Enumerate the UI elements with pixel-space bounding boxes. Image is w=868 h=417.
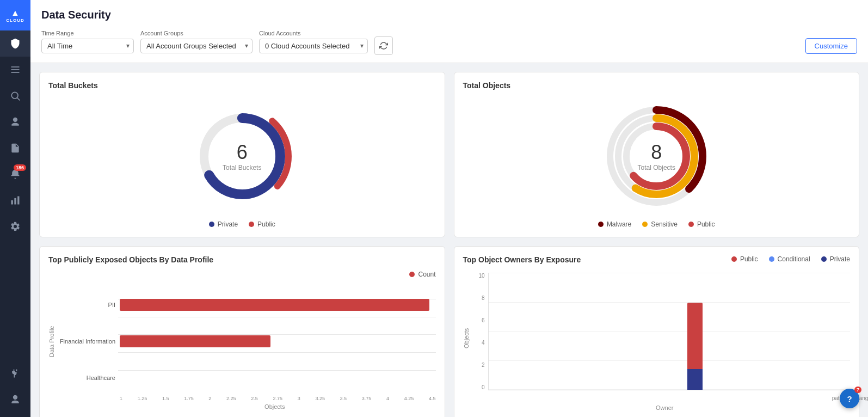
public-owner-dot [731,256,737,262]
help-badge: 7 [854,387,861,393]
cloud-accounts-select[interactable]: 0 Cloud Accounts Selected [259,39,368,53]
y-label-0: 0 [482,384,485,390]
x-tick: 4.25 [404,396,414,401]
legend-malware: Malware [598,220,631,228]
svg-rect-1 [11,69,20,70]
bars-container: PII Financial Information Healthcare [58,281,436,401]
count-label: Count [418,271,435,278]
total-objects-center: 8 Total Objects [638,141,675,171]
legend-public-obj: Public [688,220,715,228]
x-tick: 4 [386,396,389,401]
svg-line-4 [17,98,20,101]
y-label-6: 6 [482,317,485,323]
x-tick: 2.75 [273,396,282,401]
total-objects-value: 8 [638,141,675,164]
refresh-button[interactable] [374,36,393,55]
x-tick: 4.5 [429,396,436,401]
page-header: Data Security Time Range All Time Accoun… [30,0,868,63]
sidebar-item-list[interactable] [0,57,30,83]
public-owner-label: Public [740,255,758,263]
account-groups-select[interactable]: All Account Groups Selected [140,39,253,53]
x-tick: 2.5 [251,396,258,401]
bar-row-financial: Financial Information [58,335,436,347]
sidebar-item-plug[interactable] [0,360,30,387]
x-tick: 1.75 [184,396,194,401]
top-exposed-card: Top Publicly Exposed Objects By Data Pro… [39,246,445,417]
sidebar: ▲ CLOUD 186 [0,0,30,417]
stacked-chart-inner: 10 8 6 4 2 0 [474,273,851,403]
customize-button[interactable]: Customize [805,38,857,54]
time-range-label: Time Range [41,30,134,36]
bar-chart: Data Profile PII [48,281,436,401]
sidebar-item-user[interactable] [0,387,30,413]
top-owners-title: Top Object Owners By Exposure [463,255,581,264]
total-objects-label: Total Objects [638,164,675,171]
help-button[interactable]: ? 7 [840,389,859,408]
svg-rect-5 [11,200,13,205]
total-buckets-legend: Private Public [209,220,275,228]
grid-line [489,360,851,361]
legend-private-owner: Private [821,255,850,263]
stacked-grid [489,273,851,390]
time-range-filter: Time Range All Time [41,30,134,53]
svg-rect-0 [11,66,20,68]
sidebar-item-settings[interactable] [0,213,30,240]
bar-private-segment [687,369,703,390]
private-label: Private [218,220,238,228]
sidebar-item-alerts[interactable]: 186 [0,161,30,187]
content-grid: Total Buckets 6 Total Buckets [30,63,868,417]
legend-conditional: Conditional [769,255,810,263]
cloud-accounts-label: Cloud Accounts [259,30,368,36]
sidebar-item-search[interactable] [0,83,30,109]
x-axis-ticks: 1 1.25 1.5 1.75 2 2.25 2.5 2.75 3 3.25 3… [120,396,436,401]
time-range-select[interactable]: All Time [41,39,134,53]
public-obj-label: Public [697,220,715,228]
account-groups-filter: Account Groups All Account Groups Select… [140,30,253,53]
x-tick: 3.25 [315,396,325,401]
x-axis-label: Objects [114,403,436,410]
bar-label-financial: Financial Information [58,338,115,345]
sensitive-dot [642,222,648,227]
bar-label-healthcare: Healthcare [58,375,115,381]
filters-row: Time Range All Time Account Groups All A… [41,28,857,63]
stacked-body [488,273,851,390]
legend-private: Private [209,220,238,228]
bar-label-pii: PII [58,302,115,308]
total-buckets-center: 6 Total Buckets [223,141,261,171]
cloud-accounts-filter: Cloud Accounts 0 Cloud Accounts Selected [259,30,368,53]
count-legend: Count [409,271,435,278]
x-tick: 3.75 [362,396,372,401]
sidebar-item-chart[interactable] [0,187,30,213]
total-objects-legend: Malware Sensitive Public [598,220,715,228]
bar-fill-pii [120,299,429,311]
malware-dot [598,222,604,227]
total-buckets-title: Total Buckets [48,81,436,90]
conditional-dot [769,256,774,262]
y-label-4: 4 [482,340,485,346]
cloud-accounts-select-wrapper: 0 Cloud Accounts Selected [259,39,368,53]
total-buckets-label: Total Buckets [223,164,261,171]
grid-line [489,331,851,332]
grid-line [489,302,851,303]
top-owners-header: Top Object Owners By Exposure Public Con… [463,255,851,271]
sidebar-item-reports[interactable] [0,135,30,161]
grid-line [489,389,851,390]
sidebar-logo[interactable]: ▲ CLOUD [0,0,30,30]
x-tick: 1.5 [162,396,169,401]
x-tick: 1.25 [138,396,147,401]
y-axis-label: Data Profile [48,281,58,401]
legend-public-owner: Public [731,255,758,263]
sidebar-item-shield[interactable] [0,30,30,57]
owners-legend: Public Conditional Private [731,255,850,263]
total-objects-title: Total Objects [463,81,851,90]
account-groups-label: Account Groups [140,30,253,36]
x-tick: 3.5 [340,396,347,401]
top-owners-card: Top Object Owners By Exposure Public Con… [454,246,860,417]
total-buckets-value: 6 [223,141,261,164]
x-tick: 1 [120,396,122,401]
sidebar-item-security[interactable] [0,109,30,135]
stacked-chart: Objects 10 8 6 4 2 0 [463,273,851,403]
svg-rect-6 [14,198,16,205]
svg-point-3 [11,92,18,99]
x-tick: 2.25 [226,396,236,401]
